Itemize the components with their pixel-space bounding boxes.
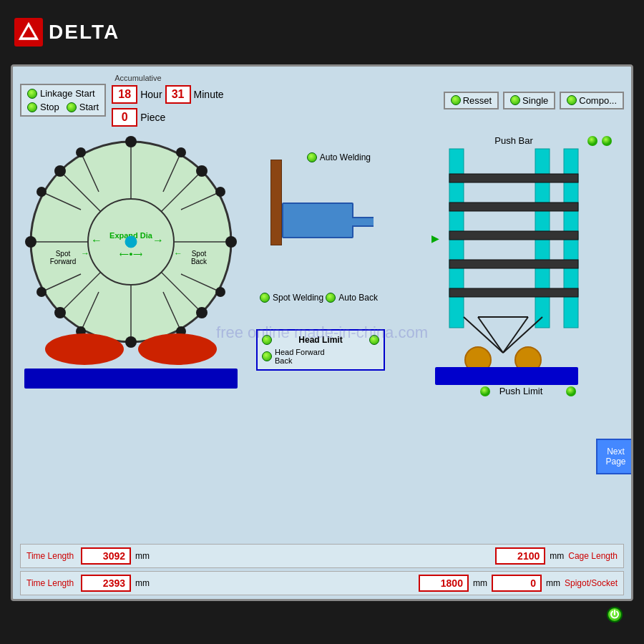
main-diagram-area: Expand Dia → ← ⟵●⟶ Spot Forward → Spot B… — [20, 131, 624, 510]
next-page-label: Next Page — [597, 447, 633, 467]
push-bar-svg: Push Bar — [406, 131, 633, 403]
auto-back-led — [326, 293, 336, 303]
push-bar-panel: Push Bar — [406, 131, 633, 510]
cage-value-1[interactable]: 3092 — [81, 547, 131, 565]
piece-label: Piece — [140, 112, 165, 123]
spigot-value-2[interactable]: 1800 — [419, 575, 469, 592]
accumulative-label: Accumulative — [114, 74, 161, 82]
power-button-area[interactable] — [607, 607, 623, 623]
compound-button[interactable]: Compo... — [560, 92, 624, 109]
piece-row: 0 Piece — [112, 108, 223, 127]
start-button[interactable]: Start — [67, 102, 99, 112]
vertical-bar-left — [270, 160, 282, 245]
delta-logo: DELTA — [14, 18, 119, 47]
auto-welding-text: Auto Welding — [320, 152, 371, 162]
power-button[interactable] — [607, 607, 623, 623]
svg-text:Spot: Spot — [192, 250, 207, 258]
brand-name: DELTA — [49, 21, 119, 44]
hour-value[interactable]: 18 — [112, 85, 137, 104]
svg-point-51 — [587, 136, 597, 146]
svg-text:Back: Back — [191, 258, 208, 265]
svg-text:Push Bar: Push Bar — [494, 135, 533, 146]
svg-text:▶: ▶ — [431, 233, 439, 244]
head-limit-box: Head Limit Head ForwardBack — [256, 329, 385, 371]
spot-welding-text: Spot Welding — [273, 293, 323, 303]
head-limit-led-right — [369, 335, 379, 345]
spigot-value-3[interactable]: 0 — [492, 575, 542, 592]
time-length-label-2: Time Length — [26, 578, 77, 588]
measurement-row-1: Time Length 3092 mm 2100 mm Cage Length — [20, 544, 624, 568]
head-forward-back-label: Head ForwardBack — [275, 348, 325, 365]
main-button-group: Linkage Start Stop Start — [20, 84, 106, 117]
svg-point-21 — [125, 136, 137, 147]
right-buttons: Resset Single Compo... — [444, 92, 624, 109]
svg-rect-59 — [449, 260, 578, 268]
svg-point-25 — [54, 165, 66, 177]
head-limit-title: Head Limit — [298, 335, 342, 345]
head-limit-led-left — [262, 335, 272, 345]
auto-welding-led — [307, 152, 317, 162]
svg-point-24 — [225, 236, 237, 248]
svg-text:→: → — [152, 234, 164, 246]
svg-point-70 — [480, 386, 490, 396]
main-screen: free online made-in-china.com Linkage St… — [11, 64, 633, 601]
stop-button[interactable]: Stop — [27, 102, 59, 112]
spot-welding-label: Spot Welding — [260, 293, 323, 303]
single-label: Single — [522, 95, 548, 106]
svg-point-28 — [54, 307, 66, 318]
svg-point-27 — [196, 165, 208, 177]
auto-back-label: Auto Back — [326, 293, 378, 303]
minute-value[interactable]: 31 — [165, 85, 191, 104]
linkage-start-label: Linkage Start — [40, 88, 95, 99]
svg-text:⟵●⟶: ⟵●⟶ — [119, 250, 142, 258]
hour-label: Hour — [140, 89, 162, 100]
svg-point-30 — [176, 147, 186, 157]
svg-point-52 — [602, 136, 612, 146]
cage-unit-2: mm — [550, 551, 564, 561]
middle-panel: Auto Welding Spot Welding — [256, 131, 399, 510]
svg-point-34 — [215, 287, 225, 297]
svg-rect-56 — [449, 174, 578, 182]
top-bar: DELTA — [0, 0, 644, 64]
controls-row: Linkage Start Stop Start Accumulative 18 — [20, 74, 624, 127]
svg-point-33 — [36, 287, 47, 297]
svg-point-29 — [76, 147, 86, 157]
svg-text:→: → — [81, 248, 89, 258]
svg-point-23 — [25, 236, 36, 248]
cage-value-2[interactable]: 2100 — [495, 547, 545, 565]
time-display: 18 Hour 31 Minute — [112, 85, 223, 104]
single-button[interactable]: Single — [503, 92, 555, 109]
reset-label: Resset — [463, 95, 492, 106]
measurement-row-2: Time Length 2393 mm 1800 mm 0 mm Spigot/… — [20, 571, 624, 595]
circular-diagram-svg: Expand Dia → ← ⟵●⟶ Spot Forward → Spot B… — [20, 131, 242, 374]
svg-line-64 — [464, 317, 503, 353]
svg-point-31 — [36, 187, 47, 197]
linkage-start-button[interactable]: Linkage Start — [27, 88, 99, 99]
head-fwd-led — [262, 351, 272, 361]
spigot-socket-label: Spigot/Socket — [565, 578, 618, 588]
spigot-value-1[interactable]: 2393 — [81, 575, 131, 592]
delta-triangle-icon — [14, 18, 43, 47]
reset-led — [451, 95, 461, 105]
stop-led — [27, 102, 37, 112]
svg-point-26 — [196, 307, 208, 318]
svg-text:Push Limit: Push Limit — [499, 386, 543, 396]
svg-rect-57 — [449, 203, 578, 211]
next-page-button[interactable]: Next Page — [596, 439, 633, 474]
svg-text:Spot: Spot — [56, 250, 71, 258]
spot-welding-led — [260, 293, 270, 303]
piece-value[interactable]: 0 — [112, 108, 137, 127]
svg-point-48 — [45, 333, 124, 365]
reset-button[interactable]: Resset — [444, 92, 499, 109]
svg-text:Forward: Forward — [50, 258, 77, 265]
svg-rect-58 — [449, 231, 578, 240]
minute-label: Minute — [194, 89, 224, 100]
stop-label: Stop — [40, 102, 59, 112]
svg-point-22 — [125, 336, 137, 348]
svg-text:←: ← — [174, 248, 182, 258]
svg-rect-68 — [435, 367, 578, 385]
compound-label: Compo... — [579, 95, 617, 106]
pipe-shape — [282, 203, 353, 238]
time-length-label-1: Time Length — [26, 551, 77, 561]
start-led — [67, 102, 77, 112]
